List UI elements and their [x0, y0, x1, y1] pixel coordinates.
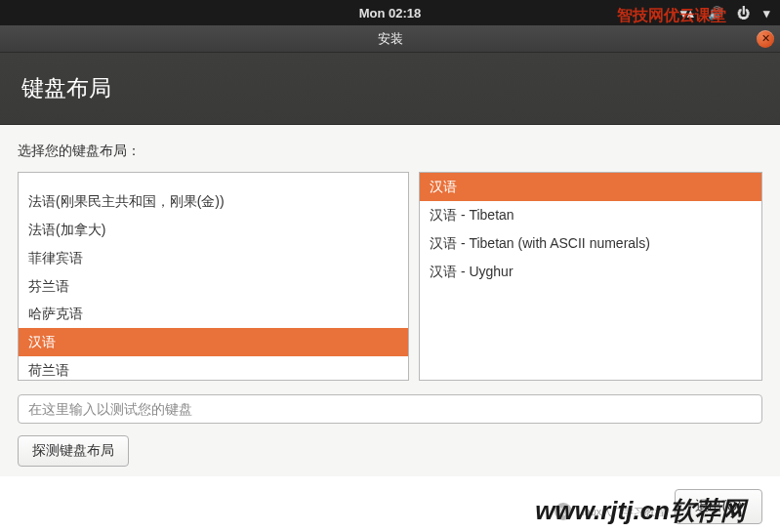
power-icon[interactable]: ⏻ — [737, 6, 750, 20]
window-title: 安装 — [378, 30, 403, 48]
list-item[interactable]: 汉语 - Tibetan — [420, 201, 761, 229]
detect-layout-button[interactable]: 探测键盘布局 — [18, 435, 129, 467]
list-item[interactable]: 芬兰语 — [19, 272, 408, 301]
close-icon: ✕ — [761, 32, 770, 45]
layout-lists: 法语(刚果民主共和国，刚果(金)) 法语(加拿大) 菲律宾语 芬兰语 哈萨克语 … — [18, 172, 762, 381]
main-content: 选择您的键盘布局： 法语(刚果民主共和国，刚果(金)) 法语(加拿大) 菲律宾语… — [0, 125, 780, 476]
list-item[interactable]: 荷兰语 — [19, 356, 408, 381]
menu-icon[interactable]: ▾ — [763, 6, 770, 20]
list-item-selected[interactable]: 汉语 — [19, 328, 408, 356]
list-item[interactable] — [19, 172, 408, 187]
clock: Mon 02:18 — [359, 6, 422, 20]
prompt-label: 选择您的键盘布局： — [18, 143, 762, 160]
keyboard-test-input[interactable] — [18, 394, 762, 424]
layout-listbox[interactable]: 法语(刚果民主共和国，刚果(金)) 法语(加拿大) 菲律宾语 芬兰语 哈萨克语 … — [18, 172, 409, 381]
list-item[interactable]: 哈萨克语 — [19, 300, 408, 328]
list-item[interactable]: 汉语 - Uyghur — [420, 258, 761, 286]
list-item[interactable]: 菲律宾语 — [19, 244, 408, 272]
page-header: 键盘布局 — [0, 53, 780, 125]
list-item-selected[interactable]: 汉语 — [420, 173, 761, 201]
list-item[interactable]: 法语(刚果民主共和国，刚果(金)) — [19, 187, 408, 216]
watermark-top: 智技网优云课堂 — [617, 6, 726, 26]
page-title: 键盘布局 — [21, 73, 111, 103]
list-item[interactable]: 汉语 - Tibetan (with ASCII numerals) — [420, 229, 761, 258]
close-button[interactable]: ✕ — [757, 30, 774, 48]
quit-button[interactable]: 退出(Q) — [675, 489, 762, 524]
wechat-badge: 微 Linux入门学习教程 — [554, 503, 666, 520]
wechat-icon: 微 — [554, 503, 572, 520]
list-item[interactable]: 法语(加拿大) — [19, 216, 408, 244]
window-titlebar: 安装 ✕ — [0, 25, 780, 53]
footer-buttons: 退出(Q) — [675, 489, 762, 524]
variant-listbox[interactable]: 汉语 汉语 - Tibetan 汉语 - Tibetan (with ASCII… — [419, 172, 762, 381]
